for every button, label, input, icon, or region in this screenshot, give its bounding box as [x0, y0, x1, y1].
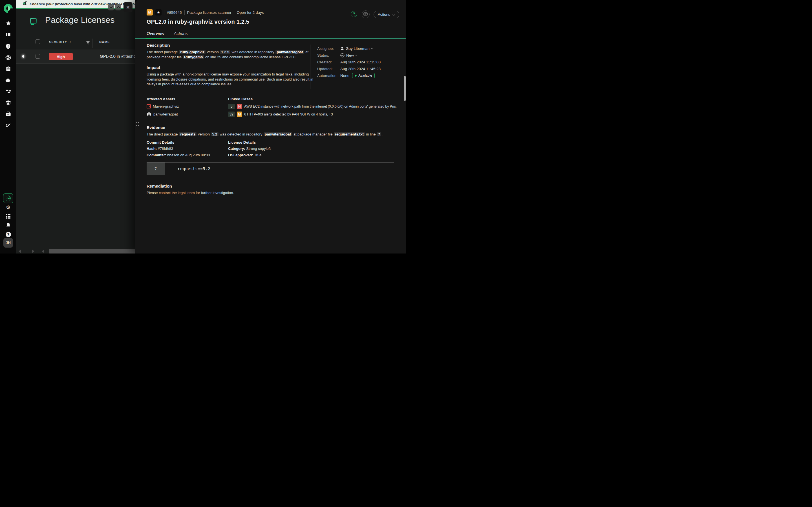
- actions-button[interactable]: Actions: [373, 11, 399, 18]
- table-row[interactable]: High GPL-2.0 in @tashop/: [16, 50, 135, 64]
- row-checkbox[interactable]: [36, 54, 40, 59]
- impact-text: Using a package with a non-compliant lic…: [147, 72, 316, 87]
- linked-case-item[interactable]: 5 H AWS EC2 instance with network path f…: [228, 104, 396, 109]
- description-heading: Description: [147, 43, 170, 48]
- automation-label: Automation:: [317, 73, 340, 78]
- assignee-value[interactable]: Guy Liberman: [340, 47, 373, 51]
- horizontal-scrollbar[interactable]: [49, 249, 135, 253]
- lightning-icon: [355, 74, 357, 77]
- row-name: GPL-2.0 in @tashop/: [100, 54, 135, 59]
- commit-details-heading: Commit Details: [147, 140, 174, 145]
- active-module-dotted-burst-icon[interactable]: [3, 193, 13, 203]
- scroll-right-arrow[interactable]: [32, 249, 35, 253]
- gear-icon[interactable]: ⚙: [5, 205, 11, 210]
- vertical-scrollbar[interactable]: [404, 76, 406, 101]
- linked-case-item[interactable]: 32 M 6 HTTP-403 alerts detected by PAN N…: [228, 112, 396, 117]
- column-name[interactable]: NAME: [99, 40, 110, 44]
- panel-resize-handle[interactable]: [136, 121, 140, 127]
- layers-icon[interactable]: [5, 100, 11, 105]
- issue-source: Package licenses scanner: [187, 10, 232, 15]
- asset-item[interactable]: Maven-graphviz: [147, 104, 179, 109]
- case-id: #859645: [167, 10, 182, 15]
- report-icon[interactable]: [5, 66, 11, 71]
- priority-badge: M: [147, 9, 153, 15]
- assignee-label: Assignee:: [317, 47, 340, 51]
- automation-available-button[interactable]: Available: [352, 73, 374, 78]
- bullseye-icon[interactable]: [5, 55, 11, 60]
- dashboard-icon[interactable]: [5, 32, 11, 38]
- case-count-badge: 32: [228, 112, 235, 117]
- star-icon[interactable]: [5, 20, 11, 26]
- linked-cases: Linked Cases 5 H AWS EC2 instance with n…: [228, 97, 396, 117]
- updated-label: Updated:: [317, 67, 340, 71]
- tab-overview[interactable]: Overview: [147, 31, 164, 39]
- case-count-badge: 5: [228, 104, 235, 109]
- linked-cases-heading: Linked Cases: [228, 97, 396, 101]
- sort-icon[interactable]: ↓↑: [68, 40, 71, 44]
- maven-icon: [147, 104, 151, 108]
- unread-dot: [22, 55, 24, 58]
- github-icon: [147, 112, 151, 117]
- remediation-heading: Remediation: [147, 184, 172, 188]
- tab-actions[interactable]: Actions: [174, 31, 188, 39]
- meta-divider: [310, 45, 310, 89]
- module-monitor-icon: [30, 18, 37, 26]
- automation-burst-icon[interactable]: [350, 10, 358, 18]
- category-value: Strong copyleft: [245, 147, 271, 151]
- committer-value: nbason on Aug 28th 08:33: [166, 153, 210, 157]
- blocks-icon[interactable]: [5, 89, 11, 94]
- chevron-down-icon: [355, 54, 357, 56]
- app-grid-icon[interactable]: [5, 214, 11, 219]
- automation-value: None: [340, 73, 349, 78]
- remediation-text: Please contact the legal team for furthe…: [147, 190, 234, 195]
- bell-icon[interactable]: [5, 222, 11, 228]
- filter-icon[interactable]: [86, 41, 90, 46]
- help-icon[interactable]: ?: [5, 231, 11, 237]
- header-actions: Actions: [350, 10, 399, 18]
- issue-title: GPL2.0 in ruby-graphviz version 1.2.5: [147, 18, 249, 25]
- shield-alert-icon[interactable]: [5, 43, 11, 49]
- status-label: Status:: [317, 53, 340, 57]
- panel-title: Package Licenses: [45, 15, 115, 25]
- chevron-down-icon: [392, 12, 395, 15]
- case-severity-badge-high: H: [237, 104, 242, 109]
- storage-icon[interactable]: [5, 111, 11, 117]
- affected-assets-heading: Affected Assets: [147, 97, 179, 101]
- category-label: Category:: [228, 147, 245, 151]
- cloud-icon[interactable]: [5, 77, 11, 83]
- asset-item[interactable]: panw/terragoat: [147, 112, 179, 117]
- code-line-number: 7: [147, 163, 165, 175]
- description-text: The direct package ruby-graphviz version…: [147, 50, 316, 59]
- scroll-left-arrow[interactable]: [18, 249, 21, 253]
- created-label: Created:: [317, 60, 340, 64]
- impact-heading: Impact: [147, 65, 160, 70]
- divider: [164, 10, 164, 15]
- comments-button[interactable]: [362, 10, 370, 18]
- issue-detail-panel: M ★ #859645 Package licenses scanner Ope…: [135, 0, 406, 253]
- active-tab-indicator: [146, 38, 162, 39]
- osi-label: OSI approved:: [228, 153, 253, 157]
- column-severity[interactable]: SEVERITY↓↑: [49, 40, 71, 44]
- favorite-star-button[interactable]: ★: [155, 9, 161, 15]
- hash-label: Hash:: [147, 147, 157, 151]
- status-value[interactable]: New: [340, 53, 357, 57]
- issue-header-row: M ★ #859645 Package licenses scanner Ope…: [147, 9, 264, 15]
- select-all-checkbox[interactable]: [36, 40, 40, 44]
- status-new-icon: [340, 53, 345, 57]
- cortex-logo[interactable]: [4, 4, 13, 13]
- severity-badge: High: [49, 53, 73, 60]
- user-avatar[interactable]: JH: [3, 238, 13, 247]
- app-window: ⚙ ? JH Package Licenses SEVERITY↓↑ NAM: [0, 0, 406, 253]
- close-panel-button[interactable]: ×: [123, 2, 133, 12]
- scroll-step-arrow[interactable]: [42, 249, 44, 253]
- previous-issue-button[interactable]: [115, 4, 121, 10]
- affected-assets: Affected Assets Maven-graphviz panw/terr…: [147, 97, 179, 117]
- gauge-icon[interactable]: [5, 122, 11, 128]
- chevron-down-icon: [371, 47, 373, 49]
- package-licenses-panel: Package Licenses SEVERITY↓↑ NAME High GP…: [16, 0, 135, 253]
- meta-sidebar: Assignee: Guy Liberman Status: New Creat…: [317, 45, 380, 79]
- issue-age: Open for 2 days: [237, 10, 264, 15]
- evidence-heading: Evidence: [147, 125, 165, 130]
- tab-bar: Overview Actions: [147, 31, 188, 39]
- next-issue-button[interactable]: [108, 4, 114, 10]
